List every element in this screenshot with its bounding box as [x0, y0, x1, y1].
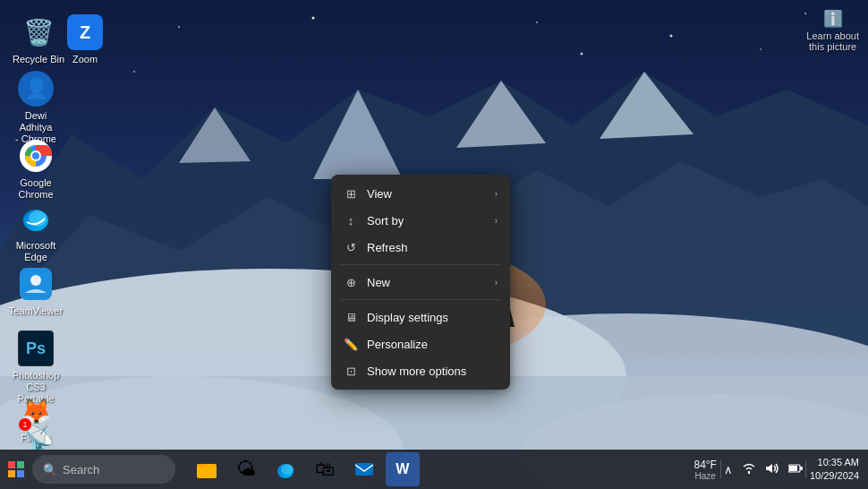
- svg-point-50: [32, 152, 39, 159]
- view-icon: ⊞: [344, 186, 358, 201]
- teamviewer-label: TeamViewer: [9, 305, 63, 317]
- search-icon: 🔍: [43, 463, 57, 476]
- display-settings-icon: 🖥: [344, 310, 358, 324]
- svg-point-37: [178, 26, 180, 28]
- context-menu-new[interactable]: ⊕ New ›: [331, 269, 510, 296]
- personalize-label: Personalize: [367, 338, 498, 351]
- context-menu-refresh[interactable]: ↺ Refresh: [331, 234, 510, 261]
- new-arrow: ›: [495, 278, 498, 287]
- desktop-icon-google-chrome[interactable]: Google Chrome: [4, 134, 67, 204]
- context-menu-display-settings[interactable]: 🖥 Display settings: [331, 304, 510, 330]
- desktop-icon-zoom[interactable]: Z Zoom: [54, 11, 116, 69]
- new-icon: ⊕: [344, 275, 358, 289]
- context-menu-view[interactable]: ⊞ View ›: [331, 180, 510, 207]
- recycle-bin-icon: 🗑️: [21, 14, 56, 50]
- weather-widget[interactable]: 84°F Haze: [690, 459, 719, 481]
- new-label: New: [367, 276, 486, 289]
- taskbar-word[interactable]: W: [386, 452, 420, 486]
- desktop-icon-edge[interactable]: Microsoft Edge: [4, 197, 67, 267]
- svg-point-43: [133, 71, 135, 73]
- clock-date: 10/29/2024: [810, 469, 859, 483]
- taskbar: 🔍 Search 🌤: [0, 450, 868, 489]
- teamviewer-icon: [18, 266, 54, 302]
- tray-wifi[interactable]: [739, 460, 759, 479]
- weather-condition: Haze: [695, 471, 716, 481]
- edge-label: Microsoft Edge: [8, 240, 64, 263]
- svg-rect-65: [800, 467, 803, 470]
- svg-rect-64: [789, 466, 797, 471]
- refresh-icon: ↺: [344, 240, 358, 254]
- svg-point-61: [281, 464, 294, 475]
- svg-rect-56: [17, 461, 24, 468]
- svg-point-39: [536, 21, 538, 23]
- taskbar-edge[interactable]: [268, 451, 303, 487]
- context-menu-sort-by[interactable]: ↕ Sort by ›: [331, 207, 510, 234]
- taskbar-apps: 🌤 🛍: [175, 451, 433, 487]
- tray-battery[interactable]: [786, 461, 805, 478]
- clock-time: 10:35 AM: [818, 456, 859, 469]
- menu-separator-1: [340, 264, 501, 265]
- taskbar-store[interactable]: 🛍: [307, 451, 343, 487]
- menu-separator-2: [340, 299, 501, 300]
- sort-by-arrow: ›: [495, 216, 498, 226]
- start-button[interactable]: [0, 453, 32, 485]
- context-menu-show-more[interactable]: ⊡ Show more options: [331, 357, 510, 384]
- sort-by-label: Sort by: [367, 214, 486, 227]
- photoshop-icon: Ps: [18, 330, 54, 366]
- show-more-label: Show more options: [367, 365, 498, 378]
- svg-point-40: [670, 35, 673, 38]
- svg-rect-58: [17, 470, 24, 477]
- search-bar[interactable]: 🔍 Search: [32, 455, 175, 484]
- zoom-icon: Z: [67, 14, 103, 50]
- view-arrow: ›: [495, 189, 498, 199]
- show-desktop-button[interactable]: [863, 453, 868, 485]
- sort-by-icon: ↕: [344, 213, 358, 227]
- weather-temp: 84°F: [694, 459, 716, 471]
- chrome-profile-icon: 👤: [18, 71, 54, 107]
- learn-about-label: Learn aboutthis picture: [806, 30, 859, 52]
- svg-rect-62: [355, 463, 373, 476]
- personalize-icon: ✏️: [344, 337, 358, 351]
- svg-point-54: [30, 275, 41, 286]
- svg-point-38: [312, 17, 315, 20]
- search-text: Search: [63, 463, 99, 476]
- tray-chevron[interactable]: ∧: [721, 461, 736, 478]
- google-chrome-icon: [18, 138, 54, 174]
- svg-point-42: [760, 48, 762, 50]
- svg-rect-57: [8, 470, 15, 477]
- tray-volume[interactable]: [762, 460, 782, 479]
- clock[interactable]: 10:35 AM 10/29/2024: [806, 456, 863, 484]
- context-menu: ⊞ View › ↕ Sort by › ↺ Refresh ⊕ New › 🖥…: [331, 175, 510, 390]
- taskbar-file-explorer[interactable]: [189, 451, 225, 487]
- show-more-icon: ⊡: [344, 364, 358, 378]
- zoom-label: Zoom: [72, 54, 98, 65]
- desktop-icon-teamviewer[interactable]: TeamViewer: [4, 262, 67, 321]
- edge-icon: [18, 201, 54, 236]
- taskbar-mail[interactable]: [346, 451, 382, 487]
- svg-point-44: [581, 53, 583, 56]
- desktop: 🗑️ Recycle Bin Z Zoom 👤 Dewi Adhitya- Ch…: [0, 0, 868, 489]
- context-menu-personalize[interactable]: ✏️ Personalize: [331, 330, 510, 357]
- taskbar-widgets[interactable]: 🌤: [228, 451, 264, 487]
- info-icon: ℹ️: [806, 9, 859, 29]
- display-settings-label: Display settings: [367, 311, 498, 324]
- learn-about-button[interactable]: ℹ️ Learn aboutthis picture: [806, 9, 859, 52]
- view-label: View: [367, 187, 486, 201]
- system-tray: ∧: [721, 460, 805, 479]
- 3g-badge: 1: [19, 418, 31, 431]
- svg-rect-55: [8, 461, 15, 468]
- refresh-label: Refresh: [367, 241, 498, 254]
